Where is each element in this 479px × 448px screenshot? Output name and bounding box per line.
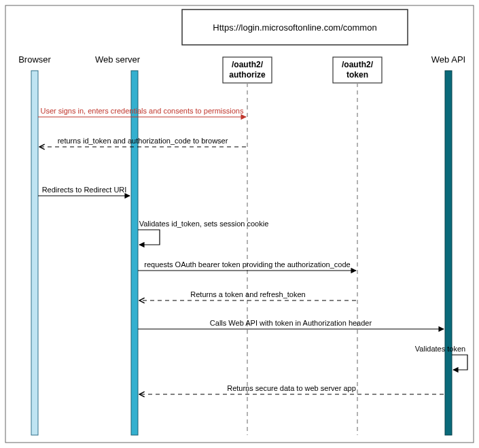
arrow-msg-4 (138, 230, 160, 245)
lifeline-webapi (445, 71, 452, 435)
endpoint-authorize-line1: /oauth2/ (232, 60, 264, 69)
msg-1-text: User signs in, enters credentials and co… (41, 107, 244, 115)
actor-webapi-label: Web API (431, 54, 465, 65)
msg-8-text: Validates token (415, 345, 465, 353)
endpoint-authorize-line2: authorize (229, 70, 266, 80)
endpoint-token-line2: token (347, 70, 368, 80)
msg-4-text: Validates id_token, sets session cookie (139, 220, 269, 228)
arrow-msg-8 (452, 355, 467, 370)
header-url-text: Https://login.microsoftonline.com/common (213, 22, 376, 33)
actor-browser-label: Browser (18, 54, 51, 65)
msg-5-text: requests OAuth bearer token providing th… (144, 260, 350, 269)
msg-2-text: returns id_token and authorization_code … (58, 137, 228, 145)
msg-6-text: Returns a token and refresh_token (190, 290, 305, 298)
msg-7-text: Calls Web API with token in Authorizatio… (210, 319, 372, 327)
msg-3-text: Redirects to Redirect URI (42, 186, 127, 194)
lifeline-browser (31, 71, 38, 435)
msg-9-text: Returns secure data to web server app (227, 384, 356, 392)
lifeline-webserver (131, 71, 138, 435)
endpoint-token-line1: /oauth2/ (342, 60, 374, 69)
actor-webserver-label: Web server (95, 54, 141, 65)
oauth-sequence-diagram: Https://login.microsoftonline.com/common… (0, 0, 479, 448)
